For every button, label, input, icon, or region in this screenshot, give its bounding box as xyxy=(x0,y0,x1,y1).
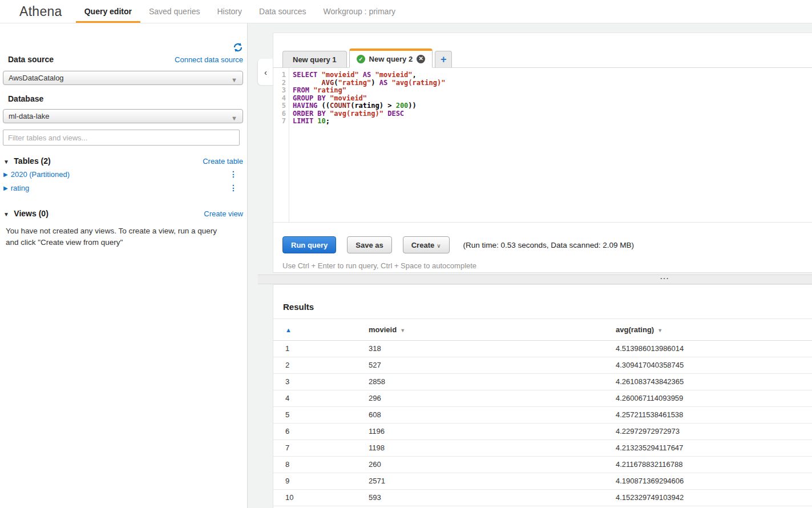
row-number-cell: 1 xyxy=(273,340,369,357)
connect-data-source-link[interactable]: Connect data source xyxy=(175,55,243,64)
run-query-button[interactable]: Run query xyxy=(282,236,336,253)
expand-triangle-icon: ▶ xyxy=(3,171,8,178)
movieid-column-header[interactable]: movieid▼ xyxy=(369,319,616,340)
nav-item-saved-queries[interactable]: Saved queries xyxy=(140,0,209,23)
data-source-select[interactable]: AwsDataCatalog ▼ xyxy=(3,71,243,85)
code-line: SELECT "movieid" AS "movieid", xyxy=(293,71,445,79)
line-number: 6 xyxy=(273,110,286,118)
code-line: GROUP BY "movieid" xyxy=(293,95,445,103)
movieid-cell: 2571 xyxy=(369,473,616,489)
movieid-cell: 1198 xyxy=(369,440,616,456)
nav-item-workgroup-primary[interactable]: Workgroup : primary xyxy=(315,0,405,23)
query-tab[interactable]: ✓New query 2✕ xyxy=(349,49,433,68)
sort-caret-icon: ▼ xyxy=(657,328,662,333)
sort-ascending-icon: ▲ xyxy=(285,326,292,333)
table-item: ▶2020 (Partitioned)⋮ xyxy=(3,167,243,181)
create-table-link[interactable]: Create table xyxy=(203,157,243,166)
table-row: 711984.213235294117647 xyxy=(273,440,812,456)
views-empty-text: You have not created any views. To creat… xyxy=(6,225,232,248)
close-tab-icon[interactable]: ✕ xyxy=(417,55,425,63)
save-as-button[interactable]: Save as xyxy=(347,236,391,253)
database-select[interactable]: ml-data-lake ▼ xyxy=(3,109,243,123)
query-tab[interactable]: New query 1 xyxy=(282,51,347,68)
tables-list: ▶2020 (Partitioned)⋮▶rating⋮ xyxy=(3,167,243,195)
code-line: LIMIT 10; xyxy=(293,118,445,126)
code-line: AVG("rating") AS "avg(rating)" xyxy=(293,79,445,87)
top-nav: Athena Query editorSaved queriesHistoryD… xyxy=(0,0,812,23)
row-number-cell: 6 xyxy=(273,423,369,440)
results-header-row: ▲ movieid▼ avg(rating)▼ xyxy=(273,319,812,340)
kebab-menu-icon[interactable]: ⋮ xyxy=(227,183,243,192)
query-success-check-icon: ✓ xyxy=(357,55,365,63)
collapse-sidebar-button[interactable]: ‹ xyxy=(258,59,273,85)
avg-rating-column-header[interactable]: avg(rating)▼ xyxy=(616,319,812,340)
line-number: 7 xyxy=(273,118,286,126)
database-label: Database xyxy=(8,94,43,103)
avg-rating-cell: 4.211678832116788 xyxy=(616,456,812,473)
avg-rating-cell: 4.260067114093959 xyxy=(616,390,812,406)
line-number-gutter: 1234567 xyxy=(273,68,289,222)
row-number-column-header[interactable]: ▲ xyxy=(273,319,369,340)
row-number-cell: 10 xyxy=(273,489,369,506)
table-row: 105934.152329749103942 xyxy=(273,489,812,506)
avg-rating-cell: 4.261083743842365 xyxy=(616,373,812,390)
avg-rating-cell: 4.213235294117647 xyxy=(616,440,812,456)
athena-logo: Athena xyxy=(19,4,62,19)
table-name-link[interactable]: rating xyxy=(11,184,227,192)
splitter[interactable]: ··· xyxy=(258,275,812,284)
table-row: 42964.260067114093959 xyxy=(273,390,812,406)
row-number-cell: 9 xyxy=(273,473,369,489)
line-number: 2 xyxy=(273,79,286,87)
chevron-down-icon: ▼ xyxy=(231,112,237,125)
filter-tables-input[interactable] xyxy=(3,130,240,146)
refresh-icon[interactable] xyxy=(233,42,243,53)
movieid-cell: 1196 xyxy=(369,423,616,440)
avg-rating-cell: 4.152329749103942 xyxy=(616,489,812,506)
code-line: HAVING ((COUNT(rating) > 200)) xyxy=(293,102,445,110)
row-number-cell: 7 xyxy=(273,440,369,456)
movieid-cell: 2858 xyxy=(369,373,616,390)
nav-item-query-editor[interactable]: Query editor xyxy=(76,0,140,23)
sort-caret-icon: ▼ xyxy=(400,328,405,333)
run-stats-text: (Run time: 0.53 seconds, Data scanned: 2… xyxy=(463,241,634,249)
expand-triangle-icon: ▶ xyxy=(3,185,8,191)
create-dropdown-button[interactable]: Create∨ xyxy=(403,236,450,253)
collapse-triangle-icon: ▼ xyxy=(3,211,9,217)
query-editor-panel: New query 1✓New query 2✕+ 1234567 SELECT… xyxy=(273,33,812,273)
new-tab-button[interactable]: + xyxy=(435,51,452,68)
movieid-cell: 296 xyxy=(369,390,616,406)
query-tabs-row: New query 1✓New query 2✕+ xyxy=(273,33,812,68)
kebab-menu-icon[interactable]: ⋮ xyxy=(227,170,243,179)
sql-editor[interactable]: 1234567 SELECT "movieid" AS "movieid", A… xyxy=(273,68,812,223)
results-title: Results xyxy=(283,302,812,312)
table-name-link[interactable]: 2020 (Partitioned) xyxy=(11,170,227,179)
nav-item-data-sources[interactable]: Data sources xyxy=(251,0,314,23)
row-number-cell: 8 xyxy=(273,456,369,473)
results-panel: Results ▲ movieid▼ avg(rating)▼ 13184.51… xyxy=(273,284,812,508)
tables-section-header[interactable]: ▼ Tables (2) xyxy=(3,156,51,166)
sql-code: SELECT "movieid" AS "movieid", AVG("rati… xyxy=(289,68,445,222)
nav-item-history[interactable]: History xyxy=(208,0,251,23)
tab-label: New query 2 xyxy=(369,55,413,63)
results-table: ▲ movieid▼ avg(rating)▼ 13184.5139860139… xyxy=(273,319,812,506)
movieid-cell: 260 xyxy=(369,456,616,473)
row-number-cell: 3 xyxy=(273,373,369,390)
movieid-cell: 593 xyxy=(369,489,616,506)
views-section-header[interactable]: ▼ Views (0) xyxy=(3,208,49,219)
collapse-triangle-icon: ▼ xyxy=(3,159,9,165)
movieid-cell: 318 xyxy=(369,340,616,357)
movieid-cell: 527 xyxy=(369,357,616,373)
table-row: 25274.309417040358745 xyxy=(273,357,812,373)
database-value: ml-data-lake xyxy=(9,112,50,120)
sidebar: Data source Connect data source AwsDataC… xyxy=(0,23,248,508)
avg-rating-cell: 4.22972972972973 xyxy=(616,423,812,440)
data-source-label: Data source xyxy=(8,55,54,64)
data-source-value: AwsDataCatalog xyxy=(9,74,64,82)
table-row: 56084.257211538461538 xyxy=(273,406,812,423)
avg-rating-cell: 4.309417040358745 xyxy=(616,357,812,373)
chevron-left-icon: ‹ xyxy=(264,67,267,77)
create-view-link[interactable]: Create view xyxy=(204,209,243,218)
row-number-cell: 4 xyxy=(273,390,369,406)
drag-handle-icon: ··· xyxy=(660,274,669,283)
results-body: 13184.51398601398601425274.3094170403587… xyxy=(273,340,812,506)
